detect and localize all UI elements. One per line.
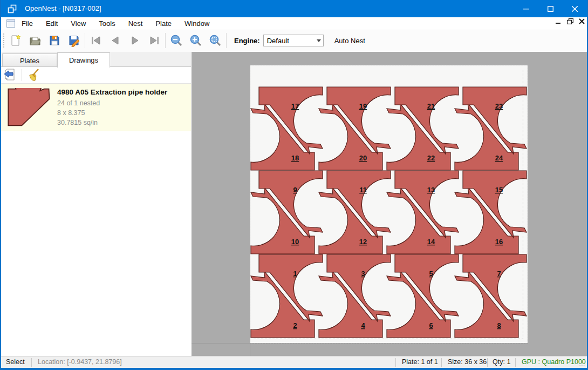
resize-grip[interactable]: .:: bbox=[579, 361, 585, 367]
part-number-label: 6 bbox=[429, 321, 433, 329]
part-number-label: 22 bbox=[427, 154, 435, 162]
next-plate-button[interactable] bbox=[125, 32, 145, 49]
engine-label: Engine: bbox=[234, 37, 260, 45]
close-icon bbox=[572, 6, 578, 12]
save-as-button[interactable] bbox=[64, 32, 84, 49]
part-number-label: 4 bbox=[361, 321, 365, 329]
app-icon bbox=[8, 4, 17, 14]
part-number-label: 3 bbox=[361, 270, 365, 278]
maximize-button[interactable] bbox=[538, 0, 563, 17]
part-number-label: 18 bbox=[291, 154, 299, 162]
menu-tools[interactable]: Tools bbox=[92, 18, 121, 29]
maximize-icon bbox=[548, 6, 553, 12]
drawing-area: 30.7815 sq/in bbox=[57, 118, 167, 127]
drawing-list-item[interactable]: 4980 A05 Extraction pipe holder 24 of 1 … bbox=[1, 84, 191, 131]
part-number-label: 20 bbox=[359, 154, 367, 162]
close-button[interactable] bbox=[563, 0, 587, 17]
part-number-label: 11 bbox=[359, 186, 367, 194]
part-number-label: 13 bbox=[427, 186, 435, 194]
menu-plate[interactable]: Plate bbox=[149, 18, 178, 29]
open-button[interactable] bbox=[25, 32, 45, 49]
menu-bar: File Edit View Tools Nest Plate Window bbox=[1, 17, 587, 30]
zoom-in-button[interactable] bbox=[186, 32, 206, 49]
status-qty: Qty: 1 bbox=[493, 358, 510, 366]
part-thumbnail bbox=[7, 88, 51, 127]
save-as-icon bbox=[67, 34, 80, 47]
window-title: OpenNest - [N0317-002] bbox=[25, 4, 101, 12]
toolbar-separator bbox=[22, 69, 22, 81]
chevron-down-icon bbox=[317, 39, 321, 42]
part-number-label: 15 bbox=[495, 186, 503, 194]
part-number-label: 10 bbox=[291, 238, 299, 246]
nesting-canvas[interactable]: 171819202122232491011121314151612345678 bbox=[192, 52, 588, 356]
save-button[interactable] bbox=[45, 32, 64, 49]
status-bar: Select Location: [-0.9437, 21.8796] Plat… bbox=[1, 356, 587, 368]
clean-broom-icon bbox=[26, 68, 40, 82]
plate-guide-line bbox=[192, 343, 250, 344]
previous-plate-button[interactable] bbox=[106, 32, 125, 49]
new-file-button[interactable] bbox=[6, 32, 25, 49]
toolbar-separator bbox=[165, 33, 166, 48]
tab-drawings[interactable]: Drawings bbox=[57, 52, 110, 68]
zoom-extents-icon bbox=[209, 34, 222, 47]
status-gpu: GPU : Quadro P1000 bbox=[522, 358, 586, 366]
open-folder-icon bbox=[29, 34, 42, 47]
menu-file[interactable]: File bbox=[15, 18, 39, 29]
import-drawing-button[interactable] bbox=[1, 66, 19, 84]
clean-button[interactable] bbox=[24, 66, 43, 84]
drawing-title: 4980 A05 Extraction pipe holder bbox=[57, 88, 167, 96]
status-plate: Plate: 1 of 1 bbox=[402, 358, 438, 366]
mdi-child-icon bbox=[6, 19, 15, 28]
auto-nest-button[interactable]: Auto Nest bbox=[331, 35, 368, 47]
tab-plates-label: Plates bbox=[20, 57, 39, 65]
engine-combobox[interactable]: Default bbox=[263, 35, 324, 46]
part-number-label: 23 bbox=[495, 102, 503, 110]
part-number-label: 24 bbox=[495, 154, 503, 162]
minimize-button[interactable] bbox=[514, 0, 538, 17]
drawing-dimensions: 8 x 8.375 bbox=[57, 108, 167, 118]
part-number-label: 16 bbox=[495, 238, 503, 246]
main-toolbar: Engine: Default Auto Nest bbox=[1, 30, 587, 51]
title-bar[interactable]: OpenNest - [N0317-002] bbox=[1, 0, 587, 17]
part-number-label: 8 bbox=[497, 321, 501, 329]
plate[interactable]: 171819202122232491011121314151612345678 bbox=[250, 65, 528, 343]
part-number-label: 1 bbox=[293, 270, 297, 278]
toolbar-separator bbox=[85, 33, 85, 48]
next-plate-icon bbox=[128, 34, 141, 47]
part-number-label: 17 bbox=[291, 102, 299, 110]
last-plate-button[interactable] bbox=[145, 32, 164, 49]
zoom-out-button[interactable] bbox=[167, 32, 186, 49]
zoom-extents-button[interactable] bbox=[206, 32, 225, 49]
tab-drawings-label: Drawings bbox=[69, 56, 98, 64]
menu-edit[interactable]: Edit bbox=[39, 18, 64, 29]
last-plate-icon bbox=[148, 34, 161, 47]
mdi-close-icon[interactable] bbox=[579, 18, 585, 24]
import-drawing-icon bbox=[3, 68, 17, 82]
status-mode: Select bbox=[6, 358, 25, 366]
nested-parts-layer: 171819202122232491011121314151612345678 bbox=[250, 65, 528, 343]
panel-tabstrip: Plates Drawings bbox=[1, 52, 191, 66]
menu-view[interactable]: View bbox=[64, 18, 92, 29]
drawings-panel: Plates Drawings bbox=[1, 51, 191, 356]
first-plate-button[interactable] bbox=[86, 32, 106, 49]
new-file-icon bbox=[9, 34, 22, 47]
tab-plates[interactable]: Plates bbox=[2, 53, 57, 67]
menu-window[interactable]: Window bbox=[178, 18, 216, 29]
part-number-label: 2 bbox=[293, 321, 297, 329]
save-icon bbox=[48, 34, 61, 47]
mdi-restore-icon[interactable] bbox=[567, 18, 573, 24]
part-number-label: 7 bbox=[497, 270, 501, 278]
drawing-nested-count: 24 of 1 nested bbox=[57, 98, 167, 108]
part-number-label: 14 bbox=[427, 238, 435, 246]
mdi-minimize-icon[interactable] bbox=[556, 19, 562, 24]
previous-plate-icon bbox=[109, 34, 122, 47]
toolbar-separator bbox=[226, 33, 227, 48]
zoom-out-icon bbox=[170, 34, 183, 47]
window-border bbox=[1, 368, 587, 370]
minimize-icon bbox=[523, 6, 529, 12]
engine-value: Default bbox=[267, 37, 289, 45]
plate-guide-line bbox=[250, 344, 250, 356]
menu-nest[interactable]: Nest bbox=[122, 18, 149, 29]
part-number-label: 21 bbox=[427, 102, 435, 110]
part-number-label: 19 bbox=[359, 102, 367, 110]
